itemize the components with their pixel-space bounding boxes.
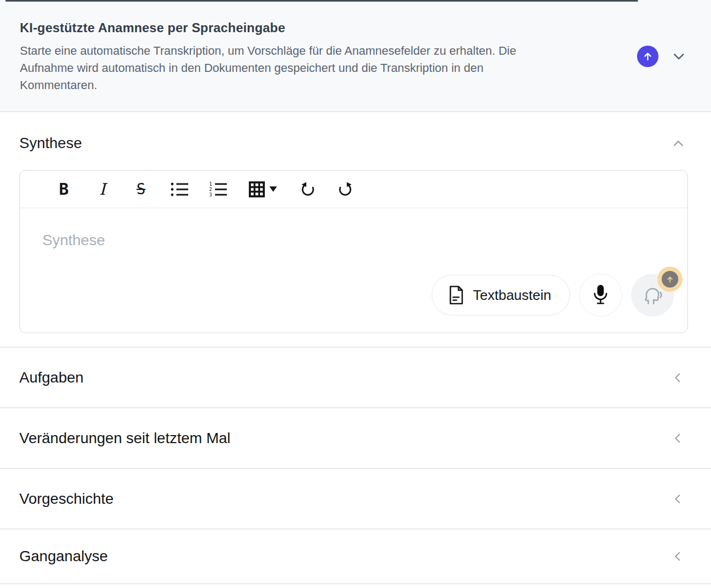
svg-text:2: 2	[209, 187, 212, 192]
document-icon	[448, 285, 464, 305]
section-label: Vorgeschichte	[19, 490, 114, 508]
expand-section-button[interactable]	[671, 370, 684, 386]
start-transcription-button[interactable]	[637, 46, 658, 67]
banner-description: Starte eine automatische Transkription, …	[20, 42, 711, 94]
collapse-synthese-button[interactable]	[670, 137, 686, 151]
arrow-up-icon	[665, 275, 675, 284]
section-label: Veränderungen seit letztem Mal	[19, 430, 231, 447]
section-divider	[0, 583, 711, 584]
textbaustein-button[interactable]: Textbaustein	[432, 275, 570, 315]
redo-icon	[337, 181, 355, 198]
bullet-list-button[interactable]	[169, 181, 190, 197]
editor-placeholder: Synthese	[42, 232, 105, 248]
chevron-left-icon	[671, 430, 684, 446]
chevron-up-icon	[670, 137, 686, 151]
editor-toolbar: B I S 1	[20, 171, 687, 208]
banner-actions	[637, 46, 686, 67]
editor-actions: Textbaustein	[432, 274, 674, 317]
undo-icon	[298, 181, 316, 198]
ai-anamnese-banner: KI-gestützte Anamnese per Spracheingabe …	[0, 0, 711, 111]
expand-section-button[interactable]	[671, 548, 684, 564]
bold-button[interactable]: B	[53, 180, 75, 199]
strikethrough-icon: S	[137, 180, 146, 198]
microphone-icon	[591, 284, 610, 306]
chevron-left-icon	[671, 370, 684, 386]
svg-text:1: 1	[209, 181, 212, 187]
bullet-list-icon	[171, 181, 189, 197]
synthese-editor: B I S 1	[19, 170, 688, 333]
click-indicator-badge	[657, 267, 683, 292]
top-accent-line	[5, 0, 638, 2]
textbaustein-label: Textbaustein	[473, 287, 551, 304]
section-vorgeschichte[interactable]: Vorgeschichte	[0, 469, 711, 528]
collapse-banner-button[interactable]	[671, 49, 686, 64]
italic-button[interactable]: I	[92, 180, 113, 199]
expand-section-button[interactable]	[671, 491, 684, 507]
italic-icon: I	[99, 180, 106, 199]
chevron-left-icon	[671, 491, 684, 507]
caret-down-icon	[269, 186, 277, 192]
arrow-up-icon	[642, 50, 654, 62]
synthese-section-title: Synthese	[19, 135, 82, 152]
redo-button[interactable]	[335, 181, 357, 198]
section-label: Aufgaben	[19, 369, 84, 386]
svg-text:3: 3	[209, 192, 212, 197]
ordered-list-button[interactable]: 1 2 3	[208, 181, 229, 197]
microphone-button[interactable]	[579, 274, 622, 317]
strikethrough-button[interactable]: S	[130, 180, 152, 198]
undo-button[interactable]	[297, 181, 318, 198]
click-indicator-inner	[662, 271, 678, 288]
bold-icon: B	[59, 180, 69, 199]
section-label: Ganganalyse	[19, 548, 108, 565]
section-ganganalyse[interactable]: Ganganalyse	[0, 530, 711, 583]
section-aufgaben[interactable]: Aufgaben	[0, 348, 711, 407]
banner-title: KI-gestützte Anamnese per Spracheingabe	[20, 20, 711, 35]
anamnese-panel: KI-gestützte Anamnese per Spracheingabe …	[0, 0, 711, 588]
table-icon	[248, 181, 265, 198]
section-veraenderungen[interactable]: Veränderungen seit letztem Mal	[0, 408, 711, 468]
table-button[interactable]	[246, 181, 279, 198]
synthese-section: Synthese B I S	[0, 112, 711, 347]
ordered-list-icon: 1 2 3	[209, 181, 227, 197]
chevron-left-icon	[671, 548, 684, 564]
editor-content-area[interactable]: Synthese Textbaustein	[20, 208, 687, 333]
chevron-down-icon	[671, 49, 686, 64]
expand-section-button[interactable]	[671, 430, 684, 446]
